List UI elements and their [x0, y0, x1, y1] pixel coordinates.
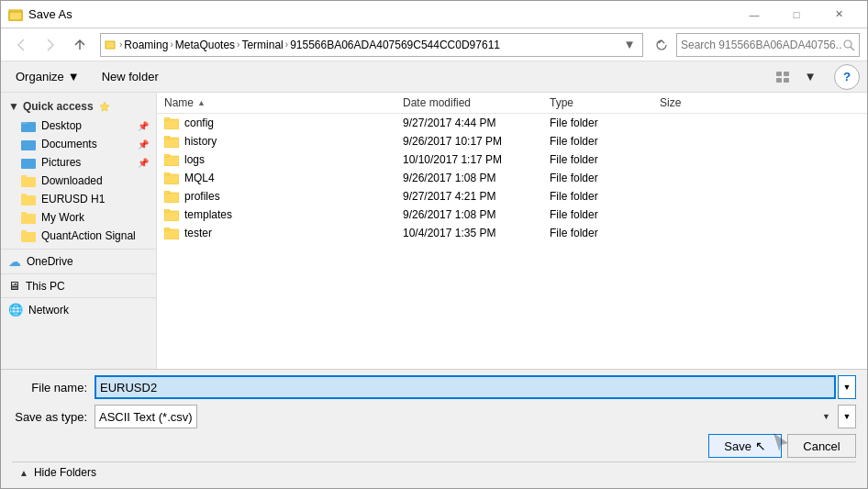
folder-icon — [164, 117, 179, 129]
svg-rect-15 — [21, 175, 27, 178]
svg-rect-5 — [776, 72, 782, 76]
navigation-toolbar: › Roaming › MetaQuotes › Terminal › 9155… — [1, 28, 867, 61]
maximize-button[interactable]: □ — [775, 1, 818, 28]
close-button[interactable]: ✕ — [818, 1, 860, 28]
search-input[interactable] — [681, 39, 842, 51]
help-button[interactable]: ? — [834, 64, 860, 90]
quick-access-section: ▼ Quick access Desktop 📌 Documents 📌 Pic — [1, 96, 156, 245]
svg-rect-21 — [21, 230, 27, 233]
table-row[interactable]: history 9/26/2017 10:17 PM File folder — [157, 132, 867, 150]
table-row[interactable]: MQL4 9/26/2017 1:08 PM File folder — [157, 169, 867, 187]
sidebar-item-mywork[interactable]: My Work — [1, 208, 156, 227]
svg-rect-16 — [21, 195, 36, 206]
save-button[interactable]: Save ↖ — [708, 434, 782, 458]
sidebar-divider3 — [1, 297, 156, 298]
name-cell: profiles — [164, 190, 403, 203]
svg-rect-18 — [21, 214, 36, 224]
title-bar: Save As — □ ✕ — [1, 1, 867, 28]
svg-rect-1 — [9, 12, 22, 20]
file-list-header: Name ▲ Date modified Type Size — [157, 93, 867, 114]
sidebar-item-quantaction[interactable]: QuantAction Signal — [1, 227, 156, 245]
sep1: › — [119, 39, 122, 50]
filename-dropdown-button[interactable]: ▼ — [838, 375, 856, 399]
sidebar-item-eurusd[interactable]: EURUSD H1 — [1, 190, 156, 208]
title-controls: — □ ✕ — [733, 1, 860, 28]
main-content: ▼ Quick access Desktop 📌 Documents 📌 Pic — [1, 93, 867, 369]
date-cell: 9/26/2017 10:17 PM — [403, 135, 550, 148]
sidebar-item-desktop[interactable]: Desktop 📌 — [1, 117, 156, 135]
name-cell: history — [164, 135, 403, 148]
saveas-label: Save as type: — [12, 410, 95, 424]
documents-label: Documents — [41, 138, 97, 150]
sort-arrow: ▲ — [197, 98, 206, 107]
organize-button[interactable]: Organize ▼ — [8, 67, 87, 86]
sidebar-item-thispc[interactable]: 🖥 This PC — [1, 276, 156, 295]
column-size[interactable]: Size — [660, 96, 681, 109]
address-dropdown-button[interactable]: ▼ — [620, 34, 639, 56]
col-date-label: Date modified — [403, 96, 471, 109]
date-cell: 9/27/2017 4:21 PM — [403, 190, 550, 203]
sidebar-item-documents[interactable]: Documents 📌 — [1, 135, 156, 153]
saveas-row: Save as type: ASCII Text (*.csv) ▼ — [12, 405, 856, 428]
quick-access-chevron: ▼ — [8, 100, 19, 113]
view-options-button[interactable] — [770, 64, 796, 90]
save-as-dialog: Save As — □ ✕ › Roaming › — [0, 0, 868, 489]
breadcrumb-metaquotes: MetaQuotes — [175, 39, 235, 51]
folder-icon — [164, 228, 179, 239]
title-bar-left: Save As — [8, 7, 72, 22]
pin-icon: 📌 — [138, 121, 149, 131]
saveas-select[interactable]: ASCII Text (*.csv) — [95, 405, 197, 428]
saveas-dropdown-button[interactable]: ▼ — [838, 405, 856, 428]
svg-rect-6 — [784, 72, 789, 76]
folder-icon — [21, 157, 36, 169]
dialog-icon — [8, 7, 23, 22]
svg-rect-27 — [164, 154, 170, 157]
svg-rect-35 — [164, 228, 170, 230]
view-dropdown-button[interactable]: ▼ — [797, 64, 823, 90]
filename-label: File name: — [12, 381, 95, 395]
sidebar-item-onedrive[interactable]: ☁ OneDrive — [1, 251, 156, 272]
svg-rect-26 — [164, 156, 179, 166]
organize-arrow: ▼ — [68, 70, 80, 83]
up-button[interactable] — [67, 32, 93, 58]
col-type-label: Type — [550, 96, 573, 109]
minimize-button[interactable]: — — [733, 1, 775, 28]
column-date[interactable]: Date modified — [403, 96, 550, 109]
sidebar-divider1 — [1, 249, 156, 250]
type-cell: File folder — [550, 172, 660, 184]
search-box[interactable] — [676, 33, 860, 57]
date-cell: 10/4/2017 1:35 PM — [403, 227, 550, 239]
sidebar-item-pictures[interactable]: Pictures 📌 — [1, 153, 156, 172]
quick-access-header[interactable]: ▼ Quick access — [1, 96, 156, 117]
folder-icon — [21, 175, 36, 187]
address-bar[interactable]: › Roaming › MetaQuotes › Terminal › 9155… — [100, 33, 643, 57]
pin-icon: 📌 — [138, 139, 149, 150]
svg-rect-22 — [164, 119, 179, 129]
sidebar-divider2 — [1, 273, 156, 274]
new-folder-button[interactable]: New folder — [95, 67, 166, 86]
table-row[interactable]: profiles 9/27/2017 4:21 PM File folder — [157, 187, 867, 206]
refresh-button[interactable] — [651, 33, 673, 57]
table-row[interactable]: logs 10/10/2017 1:17 PM File folder — [157, 150, 867, 169]
dialog-title: Save As — [28, 7, 72, 21]
svg-rect-11 — [21, 122, 28, 124]
file-name: templates — [184, 208, 232, 221]
svg-rect-13 — [21, 159, 36, 169]
sidebar-item-downloaded[interactable]: Downloaded — [1, 172, 156, 190]
sidebar-item-network[interactable]: 🌐 Network — [1, 300, 156, 319]
star-icon — [99, 101, 110, 112]
cancel-button[interactable]: Cancel — [787, 434, 856, 458]
table-row[interactable]: config 9/27/2017 4:44 PM File folder — [157, 114, 867, 132]
folder-icon — [21, 230, 36, 242]
filename-input[interactable] — [95, 375, 836, 399]
column-type[interactable]: Type — [550, 96, 660, 109]
column-name[interactable]: Name ▲ — [164, 96, 403, 109]
hide-folders-row[interactable]: ▲ Hide Folders — [12, 461, 856, 483]
file-list: Name ▲ Date modified Type Size config — [157, 93, 867, 369]
col-size-label: Size — [660, 96, 681, 109]
table-row[interactable]: tester 10/4/2017 1:35 PM File folder — [157, 224, 867, 242]
table-row[interactable]: templates 9/26/2017 1:08 PM File folder — [157, 206, 867, 224]
back-button[interactable] — [8, 32, 34, 58]
type-cell: File folder — [550, 208, 660, 221]
forward-button[interactable] — [38, 32, 63, 58]
